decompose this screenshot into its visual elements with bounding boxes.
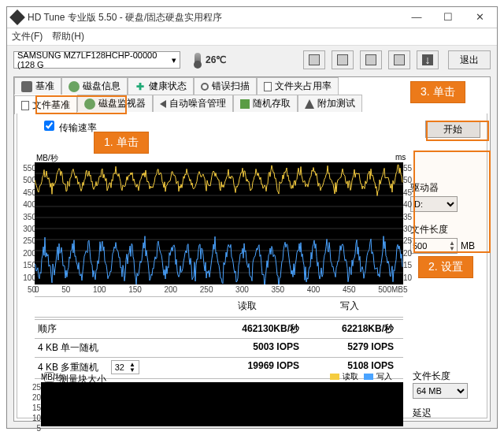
minimize-button[interactable]: — [401,7,432,28]
y-axis-left: 55050045040035030025020015010050 [19,162,36,296]
benchmark-chart [35,162,403,284]
copy-text-button[interactable] [303,50,325,69]
tab-文件夹占用率[interactable]: 文件夹占用率 [257,77,339,95]
y-axis-unit-right: ms [395,153,406,162]
block-file-length-label: 文件长度 [413,370,482,383]
copy-info-button[interactable] [332,50,354,69]
tab-健康状态[interactable]: ✚健康状态 [128,77,194,95]
annotation-3: 3. 单击 [410,81,465,103]
thermometer-icon [195,53,201,67]
save-button[interactable] [388,50,410,69]
app-icon [9,9,25,25]
tab-磁盘信息[interactable]: 磁盘信息 [61,77,128,95]
tab-基准[interactable]: 基准 [14,77,61,95]
exit-button[interactable]: 退出 [448,50,491,69]
block-y-axis: 252015105 [24,382,41,433]
camera-icon [21,81,32,92]
speaker-icon [160,100,166,108]
mag-icon [201,83,209,91]
block-chart [41,382,403,426]
delay-label: 延迟 [413,407,482,420]
tab-错误扫描[interactable]: 错误扫描 [194,77,257,95]
disk-icon [69,81,80,92]
screenshot-button[interactable] [360,50,382,69]
menu-bar: 文件(F) 帮助(H) [7,28,497,46]
x-axis: 050100150200250300350400450500MB [35,285,403,294]
menu-file[interactable]: 文件(F) [12,30,43,43]
col-write: 写入 [302,297,397,315]
transfer-rate-checkbox[interactable]: 传输速率 [41,122,97,133]
options-button[interactable]: ↓ [417,50,439,69]
device-select[interactable]: SAMSUNG MZ7LF128HCHP-00000 (128 G▾ [13,51,180,69]
annotation-2: 2. 设置 [418,256,473,278]
chip-icon [240,99,250,109]
temperature-display: 26℃ [195,53,226,67]
chevron-down-icon: ▾ [172,55,176,65]
block-file-length-select[interactable]: 64 MB [413,383,468,399]
annotation-box-2 [413,151,491,253]
plus-icon: ✚ [135,81,146,92]
table-row: 4 KB 单一随机 5003 IOPS 5279 IOPS [35,338,403,357]
close-button[interactable]: ✕ [464,7,495,28]
block-y-unit: MB/秒 [41,372,63,383]
menu-help[interactable]: 帮助(H) [52,30,84,43]
tab-随机存取[interactable]: 随机存取 [233,95,298,112]
tab-附加测试[interactable]: 附加测试 [298,95,362,112]
doc-icon [264,82,272,91]
beak-icon [305,99,314,109]
application-window: HD Tune 专业版 5.50 - 硬盘/固态硬盘实用程序 — ☐ ✕ 文件(… [6,6,498,429]
maximize-button[interactable]: ☐ [432,7,464,28]
block-settings: 文件长度 64 MB 延迟 [413,370,482,420]
block-size-section: 测量块大小 读取 写入 MB/秒 252015105 文件长度 64 MB 延迟 [22,370,482,435]
toolbar: SAMSUNG MZ7LF128HCHP-00000 (128 G▾ 26℃ ↓… [7,46,497,74]
doc-icon [21,101,29,110]
result-table: 读取 写入 顺序 462130KB/秒 62218KB/秒 4 KB 单一随机 … [35,296,403,381]
annotation-1: 1. 单击 [94,132,149,154]
col-read: 读取 [192,297,302,315]
annotation-box-1 [35,95,127,114]
table-row: 顺序 462130KB/秒 62218KB/秒 [35,319,403,338]
window-title: HD Tune 专业版 5.50 - 硬盘/固态硬盘实用程序 [28,11,401,24]
title-bar: HD Tune 专业版 5.50 - 硬盘/固态硬盘实用程序 — ☐ ✕ [7,7,497,28]
legend: 读取 写入 [327,371,392,382]
annotation-box-3 [426,121,489,141]
tab-自动噪音管理[interactable]: 自动噪音管理 [153,95,233,112]
